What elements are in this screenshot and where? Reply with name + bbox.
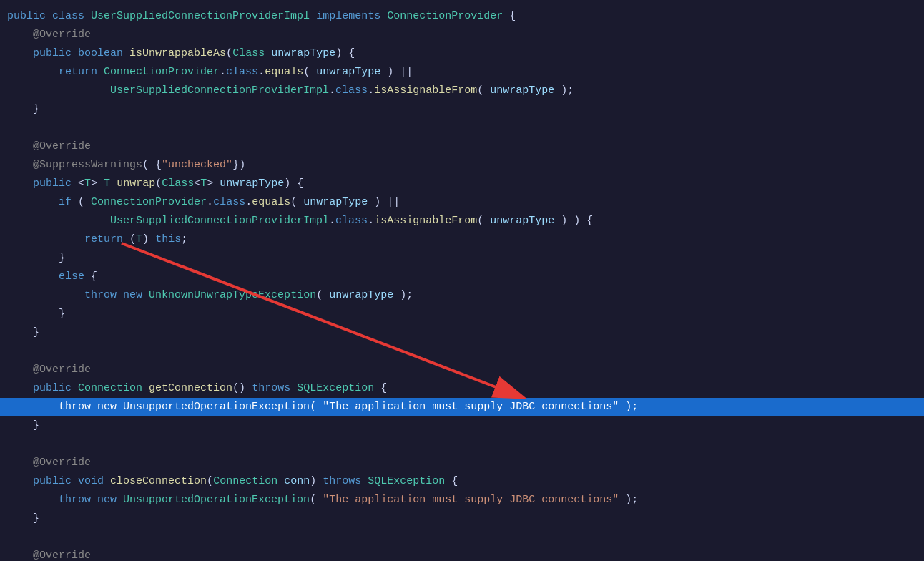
code-line-13: return (T) this; (0, 230, 924, 249)
code-line-1: public class UserSuppliedConnectionProvi… (0, 7, 924, 26)
code-line-7 (0, 119, 924, 137)
code-line-12: UserSuppliedConnectionProviderImpl.class… (0, 212, 924, 230)
code-line-16: throw new UnknownUnwrapTypeException( un… (0, 286, 924, 305)
code-line-26: public void closeConnection(Connection c… (0, 472, 924, 491)
code-line-3: public boolean isUnwrappableAs(Class unw… (0, 44, 924, 63)
code-line-11: if ( ConnectionProvider.class.equals( un… (0, 193, 924, 212)
code-line-24 (0, 435, 924, 454)
code-line-10: public <T> T unwrap(Class<T> unwrapType)… (0, 175, 924, 193)
code-line-23: } (0, 416, 924, 435)
code-line-6: } (0, 100, 924, 119)
code-line-14: } (0, 249, 924, 268)
code-line-22: throw new UnsupportedOperationException(… (0, 398, 924, 416)
code-container: public class UserSuppliedConnectionProvi… (0, 0, 924, 561)
code-line-17: } (0, 305, 924, 323)
code-line-27: throw new UnsupportedOperationException(… (0, 491, 924, 509)
code-line-9: @SuppressWarnings( {"unchecked"}) (0, 156, 924, 175)
code-line-15: else { (0, 268, 924, 286)
code-line-19 (0, 342, 924, 361)
code-line-8: @Override (0, 137, 924, 156)
code-line-20: @Override (0, 361, 924, 379)
code-line-21: public Connection getConnection() throws… (0, 379, 924, 398)
code-line-25: @Override (0, 454, 924, 472)
code-line-4: return ConnectionProvider.class.equals( … (0, 63, 924, 82)
code-line-28: } (0, 509, 924, 528)
code-line-2: @Override (0, 26, 924, 44)
code-line-18: } (0, 323, 924, 342)
code-line-30: @Override (0, 547, 924, 561)
code-line-5: UserSuppliedConnectionProviderImpl.class… (0, 82, 924, 100)
code-line-29 (0, 528, 924, 547)
